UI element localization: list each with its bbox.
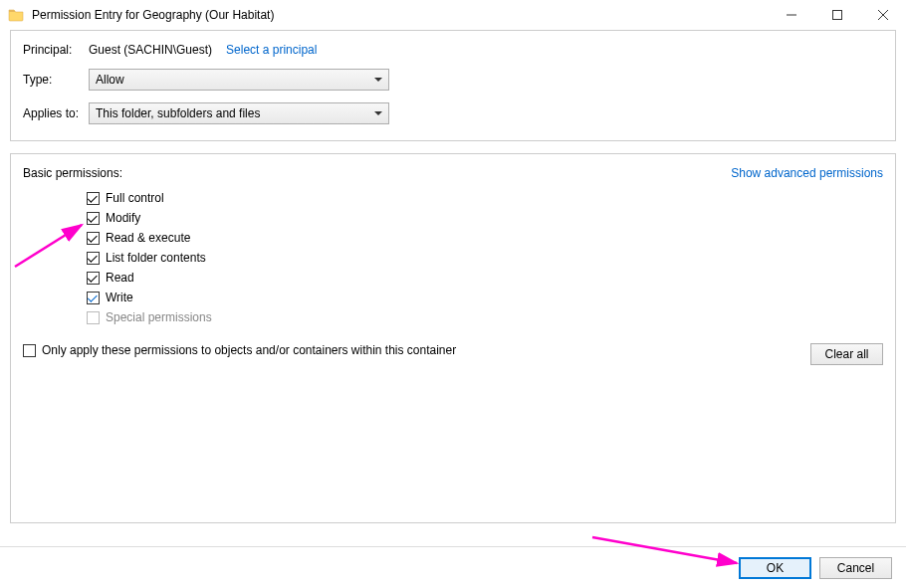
- ok-button[interactable]: OK: [739, 557, 811, 579]
- permission-label: Full control: [106, 191, 164, 205]
- permissions-list: Full controlModifyRead & executeList fol…: [87, 188, 883, 327]
- minimize-button[interactable]: [769, 0, 814, 30]
- permission-label: Write: [106, 291, 133, 304]
- footer: OK Cancel: [0, 546, 906, 588]
- permission-checkbox[interactable]: [87, 272, 100, 285]
- type-select-value: Allow: [96, 73, 124, 87]
- permission-checkbox[interactable]: [87, 292, 100, 304]
- permission-item: Write: [87, 288, 883, 307]
- window-controls: [769, 0, 906, 30]
- permission-item: Read & execute: [87, 228, 883, 248]
- permission-label: List folder contents: [106, 251, 206, 265]
- titlebar: Permission Entry for Geography (Our Habi…: [0, 0, 906, 30]
- chevron-down-icon: [374, 111, 382, 115]
- cancel-label: Cancel: [837, 561, 874, 575]
- clear-all-label: Clear all: [824, 347, 868, 361]
- folder-icon: [8, 7, 24, 23]
- permission-label: Read & execute: [106, 231, 190, 245]
- content: Principal: Guest (SACHIN\Guest) Select a…: [0, 30, 906, 533]
- permission-checkbox[interactable]: [87, 232, 100, 245]
- chevron-down-icon: [374, 78, 382, 82]
- svg-rect-1: [833, 11, 842, 20]
- window-title: Permission Entry for Geography (Our Habi…: [32, 8, 769, 22]
- permission-checkbox: [87, 311, 100, 324]
- permission-item: List folder contents: [87, 248, 883, 268]
- principal-row: Principal: Guest (SACHIN\Guest) Select a…: [23, 43, 883, 57]
- permission-checkbox[interactable]: [87, 192, 100, 205]
- type-label: Type:: [23, 73, 89, 87]
- cancel-button[interactable]: Cancel: [819, 557, 892, 579]
- permission-checkbox[interactable]: [87, 212, 100, 225]
- permissions-panel: Basic permissions: Show advanced permiss…: [10, 153, 896, 523]
- principal-panel: Principal: Guest (SACHIN\Guest) Select a…: [10, 30, 896, 141]
- basic-permissions-label: Basic permissions:: [23, 166, 122, 180]
- permission-item: Special permissions: [87, 307, 883, 327]
- permission-checkbox[interactable]: [87, 252, 100, 265]
- only-apply-row: Only apply these permissions to objects …: [23, 343, 883, 357]
- permission-label: Modify: [106, 211, 140, 225]
- permission-item: Modify: [87, 208, 883, 228]
- type-select[interactable]: Allow: [89, 69, 389, 91]
- permission-label: Read: [106, 271, 134, 285]
- maximize-button[interactable]: [814, 0, 860, 30]
- principal-label: Principal:: [23, 43, 89, 57]
- permission-item: Full control: [87, 188, 883, 208]
- only-apply-label: Only apply these permissions to objects …: [42, 343, 456, 357]
- select-principal-link[interactable]: Select a principal: [226, 43, 317, 57]
- applies-select[interactable]: This folder, subfolders and files: [89, 102, 389, 124]
- permission-label: Special permissions: [106, 310, 212, 324]
- principal-value: Guest (SACHIN\Guest): [89, 43, 212, 57]
- clear-all-button[interactable]: Clear all: [810, 343, 883, 365]
- applies-select-value: This folder, subfolders and files: [96, 106, 260, 120]
- permission-item: Read: [87, 268, 883, 288]
- applies-label: Applies to:: [23, 106, 89, 120]
- applies-row: Applies to: This folder, subfolders and …: [23, 102, 883, 124]
- only-apply-checkbox[interactable]: [23, 344, 36, 357]
- type-row: Type: Allow: [23, 69, 883, 91]
- show-advanced-link[interactable]: Show advanced permissions: [731, 166, 883, 180]
- ok-label: OK: [767, 561, 784, 575]
- close-button[interactable]: [860, 0, 906, 30]
- permissions-header: Basic permissions: Show advanced permiss…: [23, 166, 883, 180]
